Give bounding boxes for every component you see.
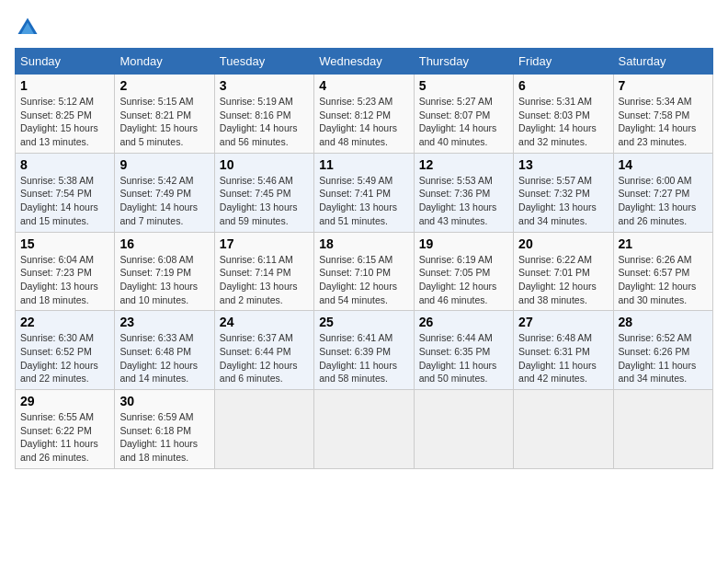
calendar-cell: 23 Sunrise: 6:33 AM Sunset: 6:48 PM Dayl… [115, 311, 214, 390]
sunset-text: Sunset: 6:31 PM [518, 346, 590, 357]
sunrise-text: Sunrise: 6:55 AM [20, 411, 94, 422]
weekday-thursday: Thursday [414, 49, 513, 75]
day-number: 18 [319, 236, 408, 251]
week-row-4: 22 Sunrise: 6:30 AM Sunset: 6:52 PM Dayl… [16, 311, 713, 390]
sunrise-text: Sunrise: 6:41 AM [319, 332, 392, 343]
cell-info: Sunrise: 5:12 AM Sunset: 8:25 PM Dayligh… [20, 95, 109, 149]
calendar-cell: 5 Sunrise: 5:27 AM Sunset: 8:07 PM Dayli… [414, 75, 513, 154]
day-number: 25 [319, 315, 408, 329]
daylight-text: Daylight: 14 hours and 48 minutes. [319, 122, 397, 147]
calendar-cell: 26 Sunrise: 6:44 AM Sunset: 6:35 PM Dayl… [414, 311, 513, 390]
sunrise-text: Sunrise: 6:15 AM [319, 254, 392, 265]
calendar-cell [214, 390, 313, 469]
sunset-text: Sunset: 6:44 PM [220, 346, 291, 357]
sunset-text: Sunset: 7:49 PM [119, 188, 191, 199]
calendar-cell: 24 Sunrise: 6:37 AM Sunset: 6:44 PM Dayl… [214, 311, 313, 390]
sunset-text: Sunset: 7:45 PM [220, 188, 291, 199]
weekday-friday: Friday [514, 49, 613, 75]
calendar-cell: 17 Sunrise: 6:11 AM Sunset: 7:14 PM Dayl… [214, 232, 313, 311]
cell-info: Sunrise: 5:15 AM Sunset: 8:21 PM Dayligh… [119, 95, 209, 149]
day-number: 8 [20, 157, 109, 172]
daylight-text: Daylight: 13 hours and 26 minutes. [619, 201, 697, 226]
calendar-cell: 28 Sunrise: 6:52 AM Sunset: 6:26 PM Dayl… [613, 311, 712, 390]
day-number: 27 [518, 315, 608, 329]
cell-info: Sunrise: 5:53 AM Sunset: 7:36 PM Dayligh… [419, 174, 508, 228]
day-number: 23 [119, 315, 209, 329]
cell-info: Sunrise: 5:34 AM Sunset: 7:58 PM Dayligh… [619, 95, 708, 149]
sunset-text: Sunset: 6:48 PM [119, 346, 191, 357]
sunset-text: Sunset: 7:58 PM [619, 109, 690, 121]
calendar-cell: 22 Sunrise: 6:30 AM Sunset: 6:52 PM Dayl… [16, 311, 115, 390]
week-row-2: 8 Sunrise: 5:38 AM Sunset: 7:54 PM Dayli… [16, 153, 713, 232]
sunrise-text: Sunrise: 5:12 AM [20, 96, 94, 107]
sunrise-text: Sunrise: 5:23 AM [319, 96, 392, 107]
weekday-tuesday: Tuesday [214, 49, 313, 75]
calendar-cell [314, 390, 414, 469]
cell-info: Sunrise: 6:52 AM Sunset: 6:26 PM Dayligh… [619, 331, 708, 385]
daylight-text: Daylight: 12 hours and 6 minutes. [220, 360, 298, 385]
calendar-cell: 7 Sunrise: 5:34 AM Sunset: 7:58 PM Dayli… [613, 75, 712, 154]
sunset-text: Sunset: 7:19 PM [119, 267, 191, 278]
day-number: 1 [20, 78, 109, 93]
cell-info: Sunrise: 6:11 AM Sunset: 7:14 PM Dayligh… [220, 253, 309, 307]
day-number: 16 [119, 236, 209, 251]
sunset-text: Sunset: 6:52 PM [20, 346, 92, 357]
sunrise-text: Sunrise: 6:08 AM [119, 254, 193, 265]
calendar-cell: 13 Sunrise: 5:57 AM Sunset: 7:32 PM Dayl… [514, 153, 613, 232]
calendar-cell: 9 Sunrise: 5:42 AM Sunset: 7:49 PM Dayli… [115, 153, 214, 232]
day-number: 3 [220, 78, 309, 93]
calendar-cell [414, 390, 513, 469]
calendar-cell [514, 390, 613, 469]
day-number: 13 [518, 157, 608, 172]
sunset-text: Sunset: 7:54 PM [20, 188, 92, 199]
daylight-text: Daylight: 12 hours and 30 minutes. [619, 281, 697, 305]
daylight-text: Daylight: 11 hours and 34 minutes. [619, 360, 697, 385]
calendar-cell: 11 Sunrise: 5:49 AM Sunset: 7:41 PM Dayl… [314, 153, 414, 232]
sunset-text: Sunset: 8:03 PM [518, 109, 590, 121]
cell-info: Sunrise: 6:19 AM Sunset: 7:05 PM Dayligh… [419, 253, 508, 307]
weekday-saturday: Saturday [613, 49, 712, 75]
sunset-text: Sunset: 8:21 PM [119, 109, 191, 121]
sunset-text: Sunset: 6:26 PM [619, 346, 690, 357]
cell-info: Sunrise: 6:59 AM Sunset: 6:18 PM Dayligh… [119, 410, 209, 465]
weekday-wednesday: Wednesday [314, 49, 414, 75]
daylight-text: Daylight: 13 hours and 2 minutes. [220, 281, 298, 305]
sunset-text: Sunset: 7:10 PM [319, 267, 391, 278]
sunset-text: Sunset: 6:35 PM [419, 346, 491, 357]
day-number: 14 [619, 157, 708, 172]
cell-info: Sunrise: 5:27 AM Sunset: 8:07 PM Dayligh… [419, 95, 508, 149]
sunset-text: Sunset: 6:57 PM [619, 267, 690, 278]
sunset-text: Sunset: 8:12 PM [319, 109, 391, 121]
daylight-text: Daylight: 14 hours and 56 minutes. [220, 122, 298, 147]
sunrise-text: Sunrise: 6:19 AM [419, 254, 493, 265]
day-number: 4 [319, 78, 408, 93]
daylight-text: Daylight: 13 hours and 43 minutes. [419, 201, 497, 226]
cell-info: Sunrise: 6:00 AM Sunset: 7:27 PM Dayligh… [619, 174, 708, 228]
day-number: 24 [220, 315, 309, 329]
weekday-sunday: Sunday [16, 49, 115, 75]
day-number: 11 [319, 157, 408, 172]
day-number: 20 [518, 236, 608, 251]
calendar-cell: 29 Sunrise: 6:55 AM Sunset: 6:22 PM Dayl… [16, 390, 115, 469]
calendar-cell: 21 Sunrise: 6:26 AM Sunset: 6:57 PM Dayl… [613, 232, 712, 311]
day-number: 10 [220, 157, 309, 172]
day-number: 28 [619, 315, 708, 329]
sunrise-text: Sunrise: 6:11 AM [220, 254, 293, 265]
sunset-text: Sunset: 7:05 PM [419, 267, 491, 278]
day-number: 2 [119, 78, 209, 93]
calendar-cell: 12 Sunrise: 5:53 AM Sunset: 7:36 PM Dayl… [414, 153, 513, 232]
cell-info: Sunrise: 6:08 AM Sunset: 7:19 PM Dayligh… [119, 253, 209, 307]
day-number: 7 [619, 78, 708, 93]
week-row-5: 29 Sunrise: 6:55 AM Sunset: 6:22 PM Dayl… [16, 390, 713, 469]
calendar-table: SundayMondayTuesdayWednesdayThursdayFrid… [15, 48, 713, 469]
sunrise-text: Sunrise: 6:59 AM [119, 411, 193, 422]
cell-info: Sunrise: 6:33 AM Sunset: 6:48 PM Dayligh… [119, 331, 209, 385]
cell-info: Sunrise: 6:26 AM Sunset: 6:57 PM Dayligh… [619, 253, 708, 307]
daylight-text: Daylight: 14 hours and 40 minutes. [419, 122, 497, 147]
sunset-text: Sunset: 7:14 PM [220, 267, 291, 278]
sunset-text: Sunset: 7:23 PM [20, 267, 92, 278]
calendar-body: 1 Sunrise: 5:12 AM Sunset: 8:25 PM Dayli… [16, 75, 713, 469]
sunset-text: Sunset: 7:32 PM [518, 188, 590, 199]
sunrise-text: Sunrise: 5:53 AM [419, 175, 493, 186]
logo-icon [15, 15, 40, 40]
